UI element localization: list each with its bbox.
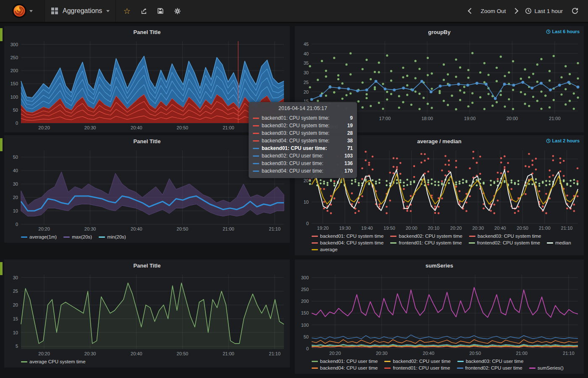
svg-text:30: 30 bbox=[13, 275, 18, 280]
legend-item[interactable]: backend02: CPU system time bbox=[390, 234, 462, 239]
legend-item[interactable]: frontend02: CPU user time bbox=[457, 365, 522, 370]
tooltip-row: backend04: CPU system time:38 bbox=[253, 137, 353, 144]
svg-text:25: 25 bbox=[13, 289, 18, 294]
time-shift-forward-button[interactable] bbox=[510, 0, 521, 22]
svg-text:40: 40 bbox=[304, 51, 309, 56]
legend-item[interactable]: backend01: CPU system time bbox=[312, 234, 383, 239]
tooltip-series-value: 136 bbox=[342, 160, 353, 167]
legend-swatch-icon bbox=[99, 236, 105, 238]
dashboard-picker[interactable]: Aggregations bbox=[45, 0, 116, 22]
svg-text:0: 0 bbox=[306, 346, 309, 351]
svg-text:19:40: 19:40 bbox=[361, 226, 373, 231]
panel-header: Panel Title bbox=[4, 135, 290, 147]
grafana-menu-button[interactable] bbox=[0, 0, 45, 22]
chart-area[interactable]: 20:2020:3020:4020:5021:0021:100501001502… bbox=[295, 271, 584, 358]
svg-text:0: 0 bbox=[16, 121, 18, 126]
legend-swatch-icon bbox=[390, 242, 396, 244]
tooltip-series-label: backend04: CPU system time: bbox=[262, 137, 339, 144]
legend-swatch-icon bbox=[547, 242, 553, 244]
svg-text:20:40: 20:40 bbox=[131, 125, 142, 130]
legend-swatch-icon bbox=[390, 236, 396, 237]
legend-item[interactable]: frontend02: CPU system time bbox=[469, 240, 540, 245]
svg-text:10: 10 bbox=[13, 330, 18, 335]
refresh-icon bbox=[572, 8, 578, 14]
legend-item[interactable]: backend01: CPU user time bbox=[312, 359, 378, 364]
chart-area[interactable]: 20:2020:3020:4020:5021:0021:100102030405… bbox=[4, 147, 290, 234]
legend: backend01: CPU user timebackend02: CPU u… bbox=[295, 358, 584, 374]
tooltip-row: backend02: CPU user time:103 bbox=[253, 152, 353, 160]
legend-label: backend02: CPU user time bbox=[393, 359, 450, 364]
svg-text:20:20: 20:20 bbox=[38, 351, 50, 356]
clock-icon bbox=[546, 29, 551, 34]
chart-area[interactable]: 20:2020:3020:4020:5021:0021:105101520253… bbox=[4, 271, 290, 358]
chevron-down-icon bbox=[106, 10, 110, 12]
legend-label: frontend02: CPU system time bbox=[477, 240, 540, 245]
panel-title[interactable]: Panel Title bbox=[134, 262, 161, 269]
chevron-right-icon bbox=[512, 8, 518, 14]
star-button[interactable]: ☆ bbox=[118, 0, 135, 22]
time-shift-back-button[interactable] bbox=[465, 0, 476, 22]
svg-text:17:00: 17:00 bbox=[379, 116, 391, 121]
legend-label: backend02: CPU system time bbox=[399, 234, 462, 239]
legend-item[interactable]: backend02: CPU user time bbox=[384, 359, 450, 364]
svg-text:19:50: 19:50 bbox=[383, 226, 395, 231]
svg-text:15: 15 bbox=[13, 316, 18, 321]
svg-text:50: 50 bbox=[304, 334, 309, 339]
svg-text:21:10: 21:10 bbox=[269, 351, 281, 356]
zoom-out-button[interactable]: Zoom Out bbox=[478, 8, 508, 14]
legend-item[interactable]: average(1m) bbox=[21, 234, 57, 239]
chart-area[interactable]: 20:2020:3020:4020:5021:0021:100501001502… bbox=[4, 38, 290, 132]
svg-text:25: 25 bbox=[304, 80, 309, 85]
svg-text:20:20: 20:20 bbox=[38, 226, 50, 231]
panel-title[interactable]: groupBy bbox=[428, 29, 450, 35]
legend-item[interactable]: sumSeries() bbox=[529, 365, 564, 370]
svg-text:40: 40 bbox=[13, 168, 18, 173]
dashboard-actions: ☆ bbox=[116, 0, 192, 22]
row-toggle[interactable] bbox=[0, 28, 3, 41]
share-button[interactable] bbox=[135, 0, 152, 22]
legend-item[interactable]: frontend01: CPU user time bbox=[384, 365, 450, 370]
svg-text:5: 5 bbox=[16, 344, 18, 349]
svg-text:21:10: 21:10 bbox=[563, 351, 575, 356]
legend-item[interactable]: median bbox=[547, 240, 571, 245]
panel-title[interactable]: Panel Title bbox=[134, 29, 161, 35]
panel-title[interactable]: Panel Title bbox=[134, 138, 161, 144]
row-toggle[interactable] bbox=[0, 138, 3, 151]
legend-label: backend01: CPU system time bbox=[320, 234, 383, 239]
legend-item[interactable]: average CPU system time bbox=[21, 359, 86, 364]
svg-text:300: 300 bbox=[301, 275, 309, 280]
legend-label: min(20s) bbox=[107, 234, 126, 239]
svg-text:100: 100 bbox=[10, 94, 18, 100]
legend-swatch-icon bbox=[312, 368, 318, 369]
legend-item[interactable]: average bbox=[312, 247, 338, 252]
svg-text:20:30: 20:30 bbox=[376, 351, 388, 356]
panel-title[interactable]: average / median bbox=[417, 138, 462, 144]
svg-text:20:50: 20:50 bbox=[517, 226, 528, 231]
svg-text:20:00: 20:00 bbox=[406, 226, 417, 231]
series-swatch-icon bbox=[253, 140, 259, 142]
legend-item[interactable]: frontend01: CPU system time bbox=[390, 240, 462, 245]
time-controls: Zoom Out Last 1 hour bbox=[465, 0, 588, 22]
svg-text:19:30: 19:30 bbox=[339, 226, 351, 231]
legend-item[interactable]: backend03: CPU user time bbox=[457, 359, 523, 364]
legend-label: backend04: CPU user time bbox=[320, 365, 378, 370]
panel-title[interactable]: sumSeries bbox=[425, 262, 453, 269]
legend-item[interactable]: backend04: CPU system time bbox=[312, 240, 383, 245]
refresh-button[interactable] bbox=[567, 0, 583, 22]
settings-button[interactable] bbox=[169, 0, 186, 22]
legend-item[interactable]: backend04: CPU user time bbox=[312, 365, 378, 370]
svg-text:20:40: 20:40 bbox=[131, 226, 142, 231]
series-swatch-icon bbox=[253, 155, 259, 157]
panel-header: groupBy Last 6 hours bbox=[295, 26, 584, 38]
legend-label: backend01: CPU user time bbox=[320, 359, 378, 364]
time-override-badge: Last 2 hours bbox=[546, 138, 580, 143]
legend-item[interactable]: min(20s) bbox=[99, 234, 126, 239]
legend-swatch-icon bbox=[312, 242, 318, 244]
save-button[interactable] bbox=[152, 0, 169, 22]
panel-header: sumSeries bbox=[295, 260, 584, 271]
row-toggle[interactable] bbox=[0, 262, 3, 275]
legend-label: sumSeries() bbox=[538, 365, 564, 370]
legend-item[interactable]: max(20s) bbox=[63, 234, 92, 239]
time-range-picker[interactable]: Last 1 hour bbox=[522, 8, 565, 14]
legend-item[interactable]: backend03: CPU system time bbox=[469, 234, 541, 239]
